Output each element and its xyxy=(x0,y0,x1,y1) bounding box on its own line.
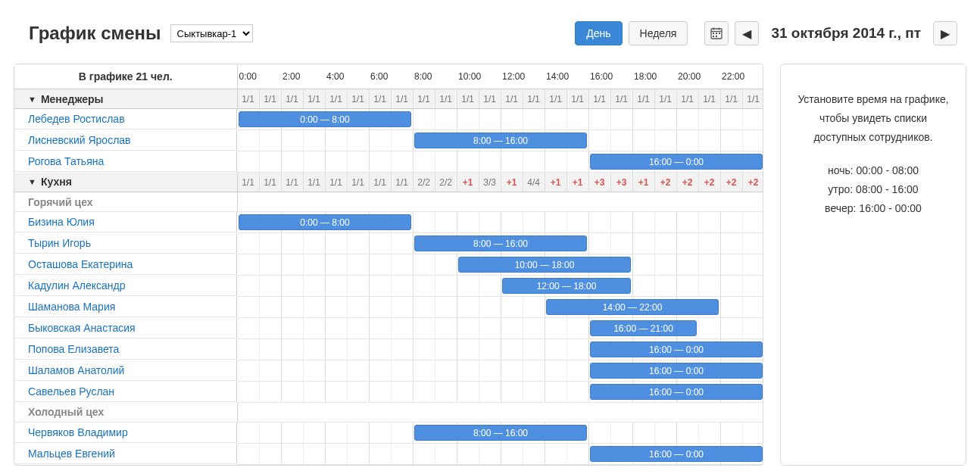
shift-bar[interactable]: 12:00 — 18:00 xyxy=(502,278,631,294)
calendar-icon-button[interactable] xyxy=(704,21,729,45)
hour-header: 0:00 xyxy=(237,64,281,89)
schedule-count: В графике 21 чел. xyxy=(14,64,237,89)
group-hour-cell: +1 xyxy=(457,173,479,192)
group-header[interactable]: ▼Кухня xyxy=(14,173,237,192)
shift-track[interactable]: 16:00 — 0:00 xyxy=(237,360,763,381)
shift-track[interactable]: 14:00 — 22:00 xyxy=(237,297,763,317)
shift-bar[interactable]: 14:00 — 22:00 xyxy=(546,299,719,315)
group-header[interactable]: ▼Менеджеры xyxy=(14,89,237,109)
employee-link[interactable]: Лисневский Ярослав xyxy=(28,134,131,146)
shift-track[interactable]: 0:00 — 8:00 xyxy=(237,212,763,232)
location-select[interactable]: Сыктывкар-1 xyxy=(170,24,253,42)
week-view-button[interactable]: Неделя xyxy=(629,21,688,45)
employee-link[interactable]: Рогова Татьяна xyxy=(28,155,104,167)
day-view-button[interactable]: День xyxy=(575,21,622,45)
shift-track[interactable]: 16:00 — 0:00 xyxy=(237,382,763,402)
group-hour-cell: +2 xyxy=(698,173,720,192)
group-hour-cell: 1/1 xyxy=(369,89,391,109)
hour-header: 16:00 xyxy=(588,64,632,89)
employee-name-cell: Быковская Анастасия xyxy=(14,318,237,338)
shift-track[interactable]: 16:00 — 0:00 xyxy=(237,339,763,360)
shift-bar[interactable]: 0:00 — 8:00 xyxy=(239,111,411,127)
employee-name-cell: Лисневский Ярослав xyxy=(14,130,237,151)
group-hour-cell: 1/1 xyxy=(347,173,369,192)
shift-bar[interactable]: 8:00 — 16:00 xyxy=(414,425,587,441)
employee-name-cell: Лебедев Ростислав xyxy=(14,109,237,129)
employee-name-cell: Кадулин Александр xyxy=(14,276,237,296)
employee-link[interactable]: Червяков Владимир xyxy=(28,426,128,438)
employee-link[interactable]: Бизина Юлия xyxy=(28,216,95,228)
shift-bar[interactable]: 8:00 — 16:00 xyxy=(414,133,587,148)
employee-name-cell: Мальцев Евгений xyxy=(14,444,237,464)
employee-link[interactable]: Лебедев Ростислав xyxy=(28,113,125,125)
group-hour-cell: 2/2 xyxy=(413,173,435,192)
shift-track[interactable]: 12:00 — 18:00 xyxy=(237,276,763,296)
subgroup-header: Горячий цех xyxy=(14,192,237,212)
group-hour-cell: 1/1 xyxy=(545,89,566,109)
group-hour-cell: 1/1 xyxy=(610,89,632,109)
employee-name-cell: Шаламов Анатолий xyxy=(14,360,237,381)
side-panel: Установите время на графике, чтобы увиде… xyxy=(780,64,966,466)
group-hour-cell: 1/1 xyxy=(391,173,413,192)
group-hour-cell: 1/1 xyxy=(566,89,588,109)
group-hour-cell: 3/3 xyxy=(479,173,501,192)
group-hour-cell: 1/1 xyxy=(501,89,523,109)
chevron-down-icon: ▼ xyxy=(28,95,36,104)
shift-bar[interactable]: 16:00 — 0:00 xyxy=(590,154,763,170)
shift-track[interactable]: 0:00 — 8:00 xyxy=(237,109,763,129)
employee-link[interactable]: Шаманова Мария xyxy=(28,301,115,313)
chevron-down-icon: ▼ xyxy=(28,177,36,186)
shift-track[interactable]: 8:00 — 16:00 xyxy=(237,233,763,254)
group-hour-cell: 1/1 xyxy=(720,89,742,109)
employee-link[interactable]: Быковская Анастасия xyxy=(28,322,136,334)
shift-bar[interactable]: 16:00 — 0:00 xyxy=(590,341,763,357)
group-hour-cell: 2/2 xyxy=(435,173,457,192)
employee-link[interactable]: Савельев Руслан xyxy=(28,385,114,398)
shift-bar[interactable]: 16:00 — 0:00 xyxy=(590,384,763,400)
hour-header: 20:00 xyxy=(676,64,720,89)
svg-rect-4 xyxy=(713,33,714,34)
shift-bar[interactable]: 8:00 — 16:00 xyxy=(414,235,587,251)
current-date: 31 октября 2014 г., пт xyxy=(765,25,927,42)
employee-link[interactable]: Тырин Игорь xyxy=(28,237,91,249)
group-hour-cell: 4/4 xyxy=(523,173,545,192)
hour-header: 14:00 xyxy=(545,64,588,89)
shift-track[interactable]: 16:00 — 0:00 xyxy=(237,151,763,172)
employee-link[interactable]: Осташова Екатерина xyxy=(28,258,133,270)
group-hour-cell: 1/1 xyxy=(742,89,763,109)
employee-link[interactable]: Кадулин Александр xyxy=(28,279,125,292)
shift-bar[interactable]: 10:00 — 18:00 xyxy=(458,257,631,273)
svg-rect-8 xyxy=(716,36,717,37)
group-hour-cell: 1/1 xyxy=(347,89,369,109)
shift-bar[interactable]: 16:00 — 0:00 xyxy=(590,446,763,462)
shift-track[interactable]: 8:00 — 16:00 xyxy=(237,130,763,151)
group-hour-cell: 1/1 xyxy=(676,89,698,109)
shift-bar[interactable]: 16:00 — 21:00 xyxy=(590,320,697,336)
shift-bar[interactable]: 0:00 — 8:00 xyxy=(239,214,411,230)
subgroup-header: Холодный цех xyxy=(14,403,237,423)
hour-header: 4:00 xyxy=(325,64,369,89)
shift-track[interactable]: 16:00 — 21:00 xyxy=(237,318,763,338)
shift-bar[interactable]: 16:00 — 0:00 xyxy=(590,363,763,379)
shift-track[interactable]: 16:00 — 0:00 xyxy=(237,444,763,464)
employee-link[interactable]: Попова Елизавета xyxy=(28,343,119,355)
employee-link[interactable]: Шаламов Анатолий xyxy=(28,364,124,376)
shift-track[interactable]: 8:00 — 16:00 xyxy=(237,423,763,443)
group-hour-cell: 1/1 xyxy=(325,173,347,192)
group-hour-cell: 1/1 xyxy=(435,89,457,109)
prev-day-button[interactable]: ◀ xyxy=(735,21,759,45)
employee-name-cell: Червяков Владимир xyxy=(14,423,237,443)
group-hour-cell: 1/1 xyxy=(281,173,303,192)
next-day-button[interactable]: ▶ xyxy=(933,21,957,45)
employee-link[interactable]: Мальцев Евгений xyxy=(28,447,115,460)
shift-evening: вечер: 16:00 - 00:00 xyxy=(796,199,950,218)
group-hour-cell: 1/1 xyxy=(237,89,259,109)
group-hour-cell: +3 xyxy=(588,173,610,192)
group-hour-cell: 1/1 xyxy=(259,173,281,192)
shift-track[interactable]: 10:00 — 18:00 xyxy=(237,254,763,275)
calendar-icon xyxy=(710,27,723,39)
shift-morning: утро: 08:00 - 16:00 xyxy=(796,180,950,199)
employee-name-cell: Рогова Татьяна xyxy=(14,151,237,172)
side-hint: Установите время на графике, чтобы увиде… xyxy=(796,90,950,148)
group-hour-cell: 1/1 xyxy=(325,89,347,109)
